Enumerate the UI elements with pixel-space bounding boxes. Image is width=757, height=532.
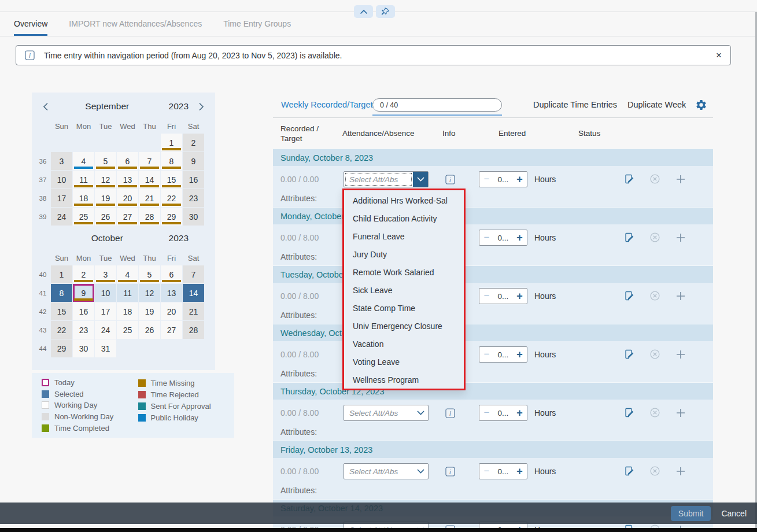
submit-button[interactable]: Submit [671, 506, 711, 521]
edit-icon[interactable] [623, 232, 634, 243]
calendar-day[interactable]: 17 [95, 302, 116, 320]
calendar-day[interactable]: 1 [161, 134, 182, 152]
dropdown-option[interactable]: State Comp Time [344, 300, 464, 317]
dropdown-option[interactable]: Funeral Leave [344, 228, 464, 246]
calendar-day[interactable]: 10 [51, 171, 72, 189]
pin-header-button[interactable] [376, 5, 395, 18]
add-icon[interactable] [675, 408, 686, 418]
close-icon[interactable]: × [716, 50, 722, 60]
decrement-icon[interactable]: − [479, 290, 494, 302]
dropdown-option[interactable]: Additional Hrs Worked-Sal [344, 192, 464, 210]
calendar-day[interactable]: 19 [95, 189, 116, 207]
attendance-select[interactable]: Select Att/Abs [344, 171, 429, 187]
decline-icon[interactable] [649, 407, 660, 418]
duplicate-time-entries-button[interactable]: Duplicate Time Entries [533, 100, 617, 109]
hours-value[interactable]: 0... [494, 467, 512, 476]
decrement-icon[interactable]: − [479, 466, 494, 477]
calendar-day[interactable]: 29 [51, 339, 72, 357]
calendar-day[interactable]: 15 [161, 171, 182, 189]
calendar-day[interactable]: 23 [73, 321, 94, 339]
tab-import-new-attendances-absences[interactable]: IMPORT new Attendances/Absences [69, 12, 202, 36]
calendar-day[interactable]: 15 [51, 302, 72, 320]
calendar-day[interactable]: 16 [73, 302, 94, 320]
calendar-day[interactable]: 24 [51, 208, 72, 226]
info-icon[interactable]: i [445, 408, 455, 418]
calendar-day[interactable]: 23 [183, 189, 204, 207]
calendar-day[interactable]: 28 [139, 208, 160, 226]
calendar-day[interactable]: 8 [51, 284, 72, 302]
next-month-icon[interactable] [197, 102, 206, 111]
add-icon[interactable] [675, 174, 686, 184]
calendar-day[interactable]: 13 [117, 171, 138, 189]
edit-icon[interactable] [623, 349, 634, 360]
edit-icon[interactable] [623, 290, 634, 301]
calendar-day[interactable]: 11 [73, 171, 94, 189]
calendar-day[interactable]: 2 [73, 265, 94, 283]
calendar-day[interactable]: 25 [73, 208, 94, 226]
calendar-day[interactable]: 7 [183, 265, 204, 283]
gear-icon[interactable] [695, 99, 707, 111]
chevron-down-icon[interactable] [413, 172, 428, 187]
calendar-day[interactable]: 19 [139, 302, 160, 320]
calendar-day[interactable]: 6 [117, 152, 138, 170]
attendance-select[interactable]: Select Att/Abs [344, 463, 429, 479]
calendar-day[interactable]: 3 [95, 265, 116, 283]
previous-month-icon[interactable] [41, 102, 50, 111]
decrement-icon[interactable]: − [479, 173, 494, 185]
increment-icon[interactable]: + [512, 232, 527, 244]
dropdown-option[interactable]: Vacation [344, 335, 464, 353]
calendar-day[interactable]: 29 [161, 208, 182, 226]
calendar-day[interactable]: 5 [95, 152, 116, 170]
calendar-day[interactable]: 9 [73, 284, 94, 302]
calendar-day[interactable]: 4 [117, 265, 138, 283]
add-icon[interactable] [675, 291, 686, 301]
calendar-day[interactable]: 21 [183, 302, 204, 320]
calendar-day[interactable]: 24 [95, 321, 116, 339]
decrement-icon[interactable]: − [479, 407, 494, 419]
decline-icon[interactable] [649, 349, 660, 360]
calendar-day[interactable]: 7 [139, 152, 160, 170]
info-icon[interactable]: i [445, 467, 455, 476]
cancel-button[interactable]: Cancel [719, 509, 749, 518]
add-icon[interactable] [675, 232, 686, 243]
calendar-day[interactable]: 27 [117, 208, 138, 226]
calendar-day[interactable]: 5 [139, 265, 160, 283]
calendar-day[interactable]: 14 [183, 284, 204, 302]
hours-value[interactable]: 0... [494, 292, 512, 301]
calendar-day[interactable]: 27 [161, 321, 182, 339]
calendar-day[interactable]: 11 [117, 284, 138, 302]
decrement-icon[interactable]: − [479, 349, 494, 360]
hours-value[interactable]: 0... [494, 175, 512, 184]
dropdown-option[interactable]: Sick Leave [344, 282, 464, 300]
decline-icon[interactable] [649, 173, 660, 184]
calendar-day[interactable]: 16 [183, 171, 204, 189]
calendar-day[interactable]: 10 [95, 284, 116, 302]
tab-overview[interactable]: Overview [14, 12, 47, 36]
info-icon[interactable]: i [445, 175, 455, 184]
dropdown-option[interactable]: Child Education Activity [344, 210, 464, 228]
duplicate-week-button[interactable]: Duplicate Week [627, 100, 686, 109]
calendar-day[interactable]: 25 [117, 321, 138, 339]
hours-value[interactable]: 0... [494, 234, 512, 242]
dropdown-option[interactable]: Remote Work Salaried [344, 264, 464, 282]
calendar-day[interactable]: 6 [161, 265, 182, 283]
add-icon[interactable] [675, 349, 686, 360]
calendar-day[interactable]: 14 [139, 171, 160, 189]
dropdown-option[interactable]: Voting Leave [344, 353, 464, 371]
hours-value[interactable]: 0... [494, 409, 512, 418]
calendar-day[interactable]: 26 [95, 208, 116, 226]
edit-icon[interactable] [623, 173, 634, 184]
calendar-day[interactable]: 30 [73, 339, 94, 357]
calendar-day[interactable]: 9 [183, 152, 204, 170]
decline-icon[interactable] [649, 290, 660, 301]
calendar-day[interactable]: 17 [51, 189, 72, 207]
calendar-day[interactable]: 1 [51, 265, 72, 283]
increment-icon[interactable]: + [512, 407, 527, 419]
increment-icon[interactable]: + [512, 173, 527, 186]
calendar-day[interactable]: 13 [161, 284, 182, 302]
calendar-day[interactable]: 12 [95, 171, 116, 189]
calendar-day[interactable]: 31 [95, 339, 116, 357]
collapse-header-button[interactable] [354, 5, 373, 18]
hours-value[interactable]: 0... [494, 350, 512, 359]
calendar-day[interactable]: 4 [73, 152, 94, 170]
